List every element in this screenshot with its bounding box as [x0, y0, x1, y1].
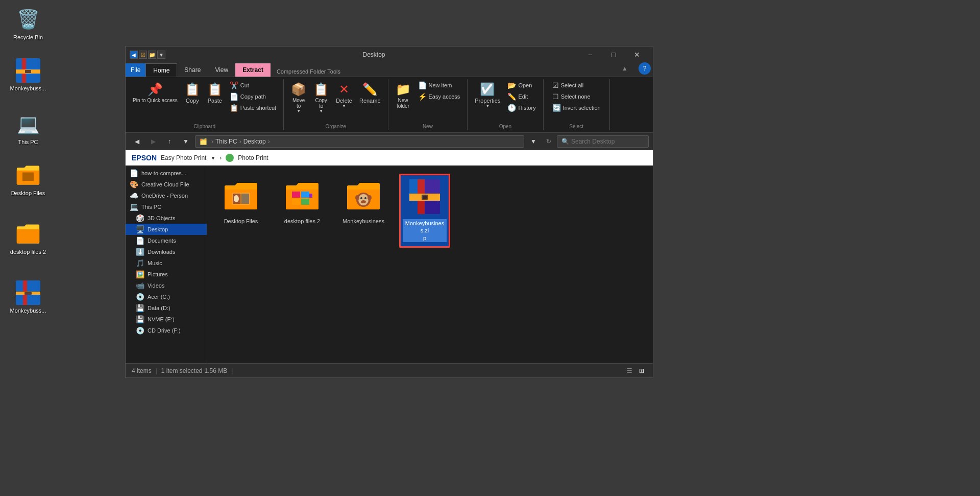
main-content[interactable]: Desktop Files desktop file	[207, 166, 653, 363]
file-item-desktop-files[interactable]: Desktop Files	[215, 174, 266, 248]
svg-point-21	[360, 197, 362, 199]
sidebar-item-cd-drive-f[interactable]: 💿 CD Drive (F:)	[126, 325, 207, 336]
edit-icon: ✏️	[507, 92, 516, 101]
desktop-files-label: Desktop Files	[11, 190, 45, 197]
monkeybusiness-zip-file-label: Monkeybusiness.zip	[403, 219, 447, 242]
new-folder-button[interactable]: 📁 Newfolder	[393, 80, 414, 111]
search-input[interactable]	[571, 138, 644, 145]
delete-button[interactable]: ✕ Delete ▼	[333, 80, 355, 110]
epson-action: Photo Print	[238, 154, 268, 161]
help-btn[interactable]: ?	[639, 62, 651, 75]
svg-rect-12	[241, 194, 249, 204]
quick-access-btn-4[interactable]: ▼	[157, 51, 165, 59]
nav-dropdown-btn[interactable]: ▼	[526, 134, 541, 149]
sidebar-item-how-to-compress[interactable]: 📄 how-to-compres...	[126, 168, 207, 179]
sidebar-item-pictures[interactable]: 🖼️ Pictures	[126, 269, 207, 280]
desktop-icon-desktop-files-2[interactable]: desktop files 2	[5, 220, 51, 257]
quick-access-btn-3[interactable]: 📁	[148, 51, 156, 59]
edit-button[interactable]: ✏️ Edit	[504, 91, 538, 102]
paste-shortcut-button[interactable]: 📋 Paste shortcut	[227, 103, 279, 113]
epson-app: Easy Photo Print	[161, 154, 206, 161]
sidebar-item-music[interactable]: 🎵 Music	[126, 257, 207, 269]
explorer-body: 📄 how-to-compres... 🎨 Creative Cloud Fil…	[126, 166, 653, 363]
sidebar-item-onedrive[interactable]: ☁️ OneDrive - Person	[126, 190, 207, 201]
ribbon-group-clipboard: 📌 Pin to Quick access 📋 Copy 📋 Paste ✂️ …	[126, 79, 284, 130]
properties-button[interactable]: ☑️ Properties ▼	[472, 80, 503, 110]
sidebar-item-this-pc[interactable]: 💻 This PC	[126, 201, 207, 212]
tab-extract[interactable]: Extract	[235, 63, 271, 77]
history-button[interactable]: 🕐 History	[504, 103, 538, 113]
pin-quick-access-button[interactable]: 📌 Pin to Quick access	[130, 80, 181, 106]
refresh-btn[interactable]: ↻	[543, 135, 555, 148]
path-desktop[interactable]: Desktop	[243, 138, 266, 145]
status-bar: 4 items | 1 item selected 1.56 MB | ☰ ⊞	[126, 363, 653, 377]
search-box[interactable]: 🔍	[557, 135, 649, 148]
quick-access-btn-1[interactable]: ◀	[130, 51, 138, 59]
select-none-button[interactable]: ☐ Select none	[549, 91, 604, 102]
recycle-bin-icon: 🗑️	[16, 7, 40, 32]
move-to-button[interactable]: 📦 Moveto ▼	[288, 80, 309, 115]
copy-path-button[interactable]: 📄 Copy path	[227, 91, 279, 102]
svg-rect-3	[25, 70, 31, 73]
sidebar-item-creative-cloud[interactable]: 🎨 Creative Cloud File	[126, 179, 207, 190]
tab-compressed[interactable]: Compressed Folder Tools	[273, 66, 345, 77]
sidebar-item-documents[interactable]: 📄 Documents	[126, 235, 207, 246]
new-item-button[interactable]: 📄 New item	[415, 80, 463, 90]
copy-to-icon: 📋	[313, 82, 329, 97]
rename-button[interactable]: ✏️ Rename	[356, 80, 384, 106]
sidebar-item-videos[interactable]: 📹 Videos	[126, 280, 207, 291]
desktop-icon-desktop-files[interactable]: Desktop Files	[5, 161, 51, 199]
creative-cloud-icon: 🎨	[130, 180, 138, 188]
copy-to-button[interactable]: 📋 Copyto ▼	[310, 80, 332, 115]
monkeybusiness-app-label: Monkeybuss...	[10, 85, 46, 92]
tab-file[interactable]: File	[126, 63, 145, 77]
easy-access-button[interactable]: ⚡ Easy access	[415, 91, 463, 102]
sidebar-item-3d-objects[interactable]: 🎲 3D Objects	[126, 212, 207, 224]
desktop-icon-this-pc[interactable]: 💻 This PC	[5, 110, 51, 148]
minimize-button[interactable]: −	[578, 46, 602, 63]
file-item-desktop-files-2[interactable]: desktop files 2	[277, 174, 328, 248]
view-details-btn[interactable]: ☰	[624, 366, 634, 376]
new-folder-icon: 📁	[396, 82, 411, 97]
desktop-sidebar-icon: 🖥️	[136, 225, 144, 233]
sidebar-item-data-d[interactable]: 💾 Data (D:)	[126, 302, 207, 314]
how-to-compress-icon: 📄	[130, 169, 138, 177]
paste-button[interactable]: 📋 Paste	[204, 80, 226, 106]
ribbon-collapse-btn[interactable]: ▲	[613, 60, 636, 77]
acer-c-icon: 💿	[136, 293, 144, 301]
nav-forward-btn[interactable]: ▶	[146, 134, 160, 149]
nav-back-btn[interactable]: ◀	[130, 134, 144, 149]
tab-share[interactable]: Share	[177, 63, 208, 77]
select-all-button[interactable]: ☑ Select all	[549, 80, 604, 90]
sidebar-item-downloads[interactable]: ⬇️ Downloads	[126, 246, 207, 257]
ribbon-group-select: ☑ Select all ☐ Select none 🔄 Invert sele…	[544, 79, 610, 130]
invert-selection-button[interactable]: 🔄 Invert selection	[549, 103, 604, 113]
path-separator-2: ›	[239, 138, 241, 145]
tab-view[interactable]: View	[208, 63, 235, 77]
status-items-count: 4 items	[132, 367, 152, 374]
nav-recent-btn[interactable]: ▼	[179, 134, 193, 149]
file-item-monkeybusiness[interactable]: Monkeybusiness	[338, 174, 389, 248]
paste-icon: 📋	[207, 82, 223, 97]
quick-access-btn-2[interactable]: ☑	[139, 51, 147, 59]
select-all-icon: ☑	[552, 81, 559, 89]
copy-button[interactable]: 📋 Copy	[182, 80, 203, 106]
ribbon-items-organize: 📦 Moveto ▼ 📋 Copyto ▼ ✕ Delete ▼ ✏️ Rena…	[288, 80, 383, 129]
sidebar-item-nvme-e[interactable]: 💾 NVME (E:)	[126, 314, 207, 325]
desktop-icon-monkeybusiness-zip[interactable]: Monkeybuss...	[5, 278, 51, 316]
open-label: Open	[468, 124, 543, 129]
view-large-icons-btn[interactable]: ⊞	[636, 366, 647, 376]
svg-point-24	[355, 195, 359, 200]
nav-up-btn[interactable]: ↑	[162, 134, 177, 149]
sidebar-item-acer-c[interactable]: 💿 Acer (C:)	[126, 291, 207, 302]
tab-home[interactable]: Home	[145, 63, 177, 77]
open-button[interactable]: 📂 Open	[504, 80, 538, 90]
desktop-icon-recycle-bin[interactable]: 🗑️ Recycle Bin	[5, 5, 51, 43]
cut-button[interactable]: ✂️ Cut	[227, 80, 279, 90]
desktop-icon-monkeybusiness-app[interactable]: Monkeybuss...	[5, 56, 51, 94]
path-this-pc[interactable]: This PC	[215, 138, 237, 145]
title-bar-controls: ◀ ☑ 📁 ▼	[130, 51, 165, 59]
sidebar-item-desktop[interactable]: 🖥️ Desktop	[126, 224, 207, 235]
file-item-monkeybusiness-zip[interactable]: Monkeybusiness.zip	[399, 174, 450, 248]
address-path[interactable]: 🗂️ › This PC › Desktop ›	[195, 135, 524, 148]
